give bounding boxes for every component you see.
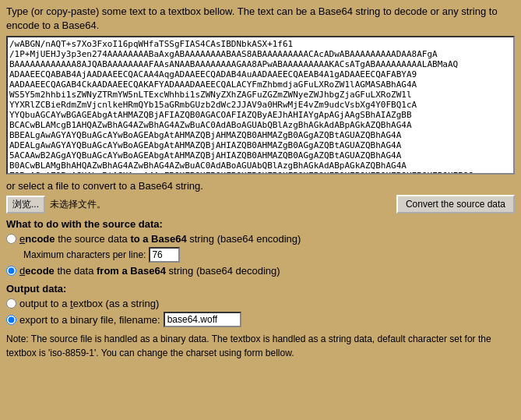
main-textarea[interactable] (6, 36, 515, 175)
decode-radio-row: decode the data from a Base64 string (ba… (6, 265, 515, 277)
max-chars-input[interactable] (149, 247, 180, 263)
output-export-radio[interactable] (6, 315, 16, 325)
output-section-title: Output data: (6, 283, 515, 295)
output-export-label: export to a binary file, filename: (19, 312, 241, 327)
output-textbox-radio[interactable] (6, 298, 16, 309)
encode-radio[interactable] (6, 234, 16, 244)
encode-label: encode the source data to a Base64 strin… (19, 233, 301, 245)
textarea-wrapper (6, 36, 515, 177)
instruction-text: Type (or copy-paste) some text to a text… (6, 5, 515, 33)
convert-button[interactable]: Convert the source data (396, 195, 515, 214)
file-input-row: 浏览... 未选择文件。 (6, 196, 106, 214)
output-export-row: export to a binary file, filename: (6, 312, 515, 327)
max-chars-label: Maximum characters per line: (23, 249, 146, 260)
export-label-text: export to a binary file, filename: (19, 314, 160, 326)
output-textbox-row: output to a textbox (as a string) (6, 298, 515, 309)
browse-button[interactable]: 浏览... (6, 196, 45, 214)
filename-input[interactable] (164, 312, 241, 327)
file-select-label: or select a file to convert to a Base64 … (6, 180, 203, 192)
decode-radio[interactable] (6, 266, 16, 276)
main-container: Type (or copy-paste) some text to a text… (0, 0, 521, 420)
output-textbox-label: output to a textbox (as a string) (19, 298, 159, 309)
note-text: Note: The source file is handled as a bi… (6, 332, 515, 360)
source-section: What to do with the source data: encode … (6, 218, 515, 277)
file-name-display: 未选择文件。 (50, 198, 106, 211)
encode-radio-row: encode the source data to a Base64 strin… (6, 233, 515, 245)
file-select-area: or select a file to convert to a Base64 … (6, 180, 515, 192)
decode-label: decode the data from a Base64 string (ba… (19, 265, 280, 277)
output-section: Output data: output to a textbox (as a s… (6, 283, 515, 327)
source-section-title: What to do with the source data: (6, 218, 515, 230)
max-chars-row: Maximum characters per line: (23, 247, 515, 263)
